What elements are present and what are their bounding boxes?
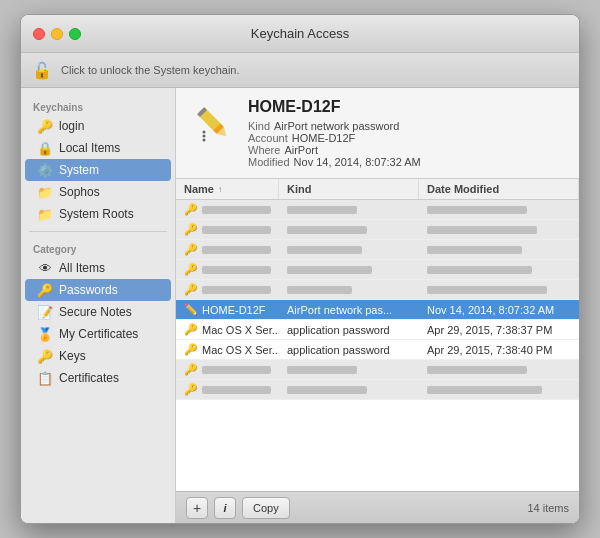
- sidebar-item-sophos[interactable]: 📁 Sophos: [25, 181, 171, 203]
- detail-header: HOME-D12F Kind AirPort network password …: [176, 88, 579, 179]
- sidebar-item-keys[interactable]: 🔑 Keys: [25, 345, 171, 367]
- row-icon: 🔑: [184, 283, 198, 297]
- lock-icon[interactable]: 🔓: [31, 59, 53, 81]
- row-kind-cell: [279, 200, 419, 219]
- header-date[interactable]: Date Modified: [419, 179, 579, 199]
- row-date-cell: Nov 14, 2014, 8:07:32 AM: [419, 300, 579, 319]
- row-icon: 🔑: [184, 223, 198, 237]
- sort-arrow: ↑: [218, 185, 222, 194]
- row-date: Apr 29, 2015, 7:38:40 PM: [427, 344, 552, 356]
- copy-button[interactable]: Copy: [242, 497, 290, 519]
- row-icon: ✏️: [184, 303, 198, 317]
- table-row[interactable]: 🔑 Mac OS X Ser...icate management applic…: [176, 340, 579, 360]
- sidebar-item-certificates[interactable]: 📋 Certificates: [25, 367, 171, 389]
- detail-panel: HOME-D12F Kind AirPort network password …: [176, 88, 579, 523]
- table-row[interactable]: 🔑 Mac OS X Ser...icate management applic…: [176, 320, 579, 340]
- sidebar-item-secure-notes[interactable]: 📝 Secure Notes: [25, 301, 171, 323]
- table-row[interactable]: 🔑: [176, 280, 579, 300]
- header-name-label: Name: [184, 183, 214, 195]
- table-row[interactable]: 🔑: [176, 360, 579, 380]
- table-row[interactable]: 🔑: [176, 200, 579, 220]
- all-items-icon: 👁: [37, 260, 53, 276]
- row-kind-cell: AirPort network pas...: [279, 300, 419, 319]
- blurred-name: [202, 386, 271, 394]
- table-row[interactable]: 🔑: [176, 260, 579, 280]
- row-kind-cell: [279, 220, 419, 239]
- category-section-label: Category: [21, 238, 175, 257]
- sidebar-item-my-certificates[interactable]: 🏅 My Certificates: [25, 323, 171, 345]
- add-button[interactable]: +: [186, 497, 208, 519]
- modified-value: Nov 14, 2014, 8:07:32 AM: [294, 156, 421, 168]
- local-items-icon: 🔒: [37, 140, 53, 156]
- row-date: Apr 29, 2015, 7:38:37 PM: [427, 324, 552, 336]
- header-kind[interactable]: Kind: [279, 179, 419, 199]
- sidebar-item-login[interactable]: 🔑 login: [25, 115, 171, 137]
- certificates-label: Certificates: [59, 371, 119, 385]
- row-name-cell: 🔑: [176, 360, 279, 379]
- sidebar-divider: [29, 231, 167, 232]
- header-kind-label: Kind: [287, 183, 311, 195]
- keys-icon: 🔑: [37, 348, 53, 364]
- item-count: 14 items: [527, 502, 569, 514]
- row-kind-cell: application password: [279, 320, 419, 339]
- detail-account-row: Account HOME-D12F: [248, 132, 567, 144]
- row-icon: 🔑: [184, 383, 198, 397]
- row-date-cell: [419, 240, 579, 259]
- table-row[interactable]: 🔑: [176, 380, 579, 400]
- detail-where-row: Where AirPort: [248, 144, 567, 156]
- table-row-selected[interactable]: ✏️ HOME-D12F AirPort network pas... Nov …: [176, 300, 579, 320]
- row-date-cell: Apr 29, 2015, 7:38:37 PM: [419, 320, 579, 339]
- account-value: HOME-D12F: [292, 132, 356, 144]
- row-name-cell: 🔑 Mac OS X Ser...icate management: [176, 320, 279, 339]
- close-button[interactable]: [33, 28, 45, 40]
- secure-notes-icon: 📝: [37, 304, 53, 320]
- detail-info: HOME-D12F Kind AirPort network password …: [248, 98, 567, 168]
- row-date: Nov 14, 2014, 8:07:32 AM: [427, 304, 554, 316]
- minimize-button[interactable]: [51, 28, 63, 40]
- header-date-label: Date Modified: [427, 183, 499, 195]
- secure-notes-label: Secure Notes: [59, 305, 132, 319]
- sidebar-item-local-items[interactable]: 🔒 Local Items: [25, 137, 171, 159]
- detail-icon: [188, 98, 236, 146]
- row-name-cell: 🔑 Mac OS X Ser...icate management: [176, 340, 279, 359]
- my-certificates-label: My Certificates: [59, 327, 138, 341]
- row-kind-cell: [279, 360, 419, 379]
- sidebar-item-system[interactable]: ⚙️ System: [25, 159, 171, 181]
- table-container: Name ↑ Kind Date Modified 🔑: [176, 179, 579, 491]
- row-icon: 🔑: [184, 203, 198, 217]
- sidebar-item-all-items[interactable]: 👁 All Items: [25, 257, 171, 279]
- keychains-section-label: Keychains: [21, 96, 175, 115]
- main-content: Keychains 🔑 login 🔒 Local Items ⚙️ Syste…: [21, 88, 579, 523]
- sidebar-item-passwords[interactable]: 🔑 Passwords: [25, 279, 171, 301]
- modified-label: Modified: [248, 156, 290, 168]
- row-date-cell: Apr 29, 2015, 7:38:40 PM: [419, 340, 579, 359]
- system-roots-label: System Roots: [59, 207, 134, 221]
- traffic-lights: [33, 28, 81, 40]
- sidebar-item-system-roots[interactable]: 📁 System Roots: [25, 203, 171, 225]
- row-name-cell: 🔑: [176, 240, 279, 259]
- passwords-icon: 🔑: [37, 282, 53, 298]
- maximize-button[interactable]: [69, 28, 81, 40]
- table-header: Name ↑ Kind Date Modified: [176, 179, 579, 200]
- detail-kind-row: Kind AirPort network password: [248, 120, 567, 132]
- titlebar: Keychain Access: [21, 15, 579, 53]
- header-name[interactable]: Name ↑: [176, 179, 279, 199]
- table-row[interactable]: 🔑: [176, 220, 579, 240]
- row-kind: AirPort network pas...: [287, 304, 392, 316]
- row-name: HOME-D12F: [202, 304, 266, 316]
- row-kind-cell: application password: [279, 340, 419, 359]
- pencil-svg: [190, 100, 234, 144]
- keys-label: Keys: [59, 349, 86, 363]
- info-button[interactable]: i: [214, 497, 236, 519]
- blurred-name: [202, 246, 271, 254]
- certificates-icon: 📋: [37, 370, 53, 386]
- row-name: Mac OS X Ser...icate management: [202, 344, 279, 356]
- row-name-cell: 🔑: [176, 260, 279, 279]
- row-kind-cell: [279, 380, 419, 399]
- login-icon: 🔑: [37, 118, 53, 134]
- row-name-cell: 🔑: [176, 280, 279, 299]
- all-items-label: All Items: [59, 261, 105, 275]
- row-icon: 🔑: [184, 363, 198, 377]
- table-row[interactable]: 🔑: [176, 240, 579, 260]
- row-name-cell: ✏️ HOME-D12F: [176, 300, 279, 319]
